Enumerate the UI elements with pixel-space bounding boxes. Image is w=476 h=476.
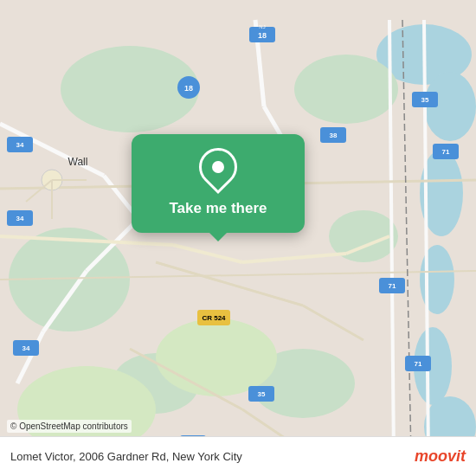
svg-text:18: 18 — [258, 31, 267, 40]
svg-text:34: 34 — [16, 141, 24, 149]
svg-text:71: 71 — [389, 282, 396, 290]
location-pin-icon — [191, 140, 245, 194]
svg-point-13 — [156, 318, 277, 396]
svg-text:71: 71 — [442, 148, 450, 156]
svg-text:18: 18 — [184, 84, 193, 93]
moovit-logo-text: moovit — [415, 447, 466, 466]
svg-point-8 — [294, 55, 398, 124]
svg-text:34: 34 — [16, 215, 24, 222]
svg-text:38: 38 — [330, 132, 338, 139]
location-text: Lomet Victor, 2006 Gardner Rd, New York … — [10, 450, 415, 463]
svg-text:CR 524: CR 524 — [202, 314, 226, 322]
popup-card: Take me there — [132, 134, 305, 233]
take-me-there-button[interactable]: Take me there — [162, 196, 273, 221]
svg-text:34: 34 — [23, 344, 30, 352]
map-container: 18 NJ 34 34 34 35 35 35 71 71 71 38 CR 5… — [0, 0, 476, 476]
moovit-logo: moovit — [415, 447, 466, 466]
svg-text:35: 35 — [258, 390, 266, 398]
osm-attribution: © OpenStreetMap contributors — [7, 420, 132, 433]
svg-text:71: 71 — [415, 360, 422, 368]
svg-text:NJ: NJ — [259, 24, 265, 29]
svg-text:35: 35 — [421, 96, 429, 104]
svg-text:Wall: Wall — [68, 156, 88, 168]
bottom-bar: Lomet Victor, 2006 Gardner Rd, New York … — [0, 436, 476, 476]
